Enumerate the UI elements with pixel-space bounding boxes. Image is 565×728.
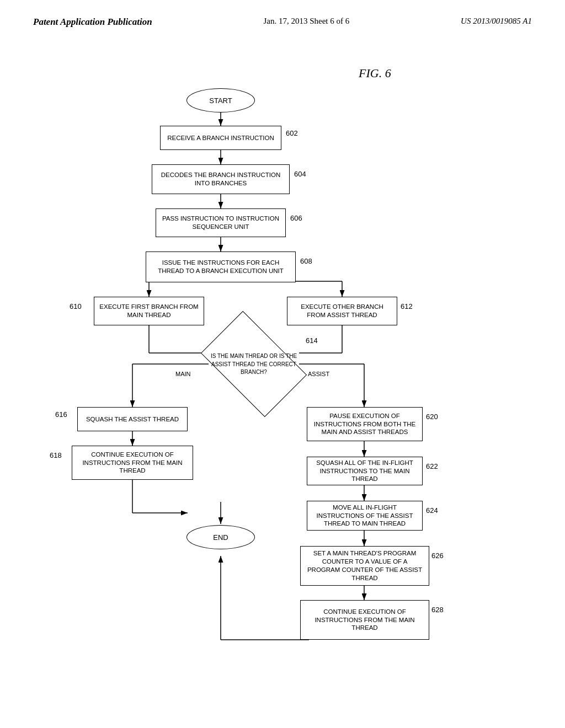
node-612-label: EXECUTE OTHER BRANCH FROM ASSIST THREAD bbox=[292, 303, 392, 319]
ref-610: 610 bbox=[70, 302, 82, 311]
node-608: ISSUE THE INSTRUCTIONS FOR EACH THREAD T… bbox=[146, 251, 296, 282]
ref-620: 620 bbox=[426, 413, 438, 421]
diagram-area: FIG. 6 bbox=[0, 33, 565, 706]
start-node: START bbox=[186, 88, 255, 113]
ref-604: 604 bbox=[294, 170, 306, 178]
node-616-label: SQUASH THE ASSIST THREAD bbox=[86, 415, 179, 424]
ref-626: 626 bbox=[431, 552, 444, 560]
node-624: MOVE ALL IN-FLIGHT INSTRUCTIONS OF THE A… bbox=[307, 501, 423, 531]
node-618-label: CONTINUE EXECUTION OF INSTRUCTIONS FROM … bbox=[77, 451, 188, 475]
ref-602: 602 bbox=[286, 129, 298, 137]
end-node: END bbox=[186, 525, 255, 549]
node-626: SET A MAIN THREAD'S PROGRAM COUNTER TO A… bbox=[300, 546, 429, 586]
node-604: DECODES THE BRANCH INSTRUCTION INTO BRAN… bbox=[152, 164, 290, 194]
node-602: RECEIVE A BRANCH INSTRUCTION bbox=[160, 126, 281, 150]
node-610: EXECUTE FIRST BRANCH FROM MAIN THREAD bbox=[94, 297, 204, 325]
node-610-label: EXECUTE FIRST BRANCH FROM MAIN THREAD bbox=[99, 303, 199, 319]
node-614-label: IS THE MAIN THREAD OR IS THE ASSIST THRE… bbox=[209, 352, 299, 376]
node-622: SQUASH ALL OF THE IN-FLIGHT INSTRUCTIONS… bbox=[307, 457, 423, 485]
node-606-label: PASS INSTRUCTION TO INSTRUCTION SEQUENCE… bbox=[161, 215, 281, 231]
node-628-label: CONTINUE EXECUTION OF INSTRUCTIONS FROM … bbox=[305, 608, 424, 633]
node-616: SQUASH THE ASSIST THREAD bbox=[77, 407, 188, 431]
ref-616: 616 bbox=[55, 410, 67, 419]
ref-608: 608 bbox=[300, 257, 312, 265]
node-606: PASS INSTRUCTION TO INSTRUCTION SEQUENCE… bbox=[156, 208, 286, 237]
ref-624: 624 bbox=[426, 506, 438, 515]
node-614: IS THE MAIN THREAD OR IS THE ASSIST THRE… bbox=[209, 334, 299, 394]
node-626-label: SET A MAIN THREAD'S PROGRAM COUNTER TO A… bbox=[305, 549, 424, 582]
ref-618: 618 bbox=[50, 451, 62, 459]
node-620-label: PAUSE EXECUTION OF INSTRUCTIONS FROM BOT… bbox=[312, 412, 418, 437]
ref-606: 606 bbox=[290, 214, 302, 222]
header-center: Jan. 17, 2013 Sheet 6 of 6 bbox=[263, 17, 349, 26]
node-604-label: DECODES THE BRANCH INSTRUCTION INTO BRAN… bbox=[157, 171, 285, 188]
ref-612: 612 bbox=[401, 302, 413, 311]
ref-628: 628 bbox=[431, 606, 444, 614]
main-label: MAIN bbox=[175, 371, 191, 377]
node-602-label: RECEIVE A BRANCH INSTRUCTION bbox=[167, 134, 274, 142]
assist-label: ASSIST bbox=[308, 371, 329, 377]
node-612: EXECUTE OTHER BRANCH FROM ASSIST THREAD bbox=[287, 297, 397, 325]
end-label: END bbox=[213, 533, 228, 542]
node-618: CONTINUE EXECUTION OF INSTRUCTIONS FROM … bbox=[72, 446, 193, 480]
header-right: US 2013/0019085 A1 bbox=[461, 17, 532, 26]
header-left: Patent Application Publication bbox=[33, 17, 152, 28]
ref-622: 622 bbox=[426, 462, 438, 470]
node-620: PAUSE EXECUTION OF INSTRUCTIONS FROM BOT… bbox=[307, 407, 423, 441]
page-header: Patent Application Publication Jan. 17, … bbox=[0, 0, 565, 33]
node-624-label: MOVE ALL IN-FLIGHT INSTRUCTIONS OF THE A… bbox=[312, 504, 418, 528]
node-628: CONTINUE EXECUTION OF INSTRUCTIONS FROM … bbox=[300, 600, 429, 640]
ref-614: 614 bbox=[306, 336, 318, 345]
node-608-label: ISSUE THE INSTRUCTIONS FOR EACH THREAD T… bbox=[151, 259, 291, 275]
node-622-label: SQUASH ALL OF THE IN-FLIGHT INSTRUCTIONS… bbox=[312, 459, 418, 484]
start-label: START bbox=[209, 97, 232, 105]
